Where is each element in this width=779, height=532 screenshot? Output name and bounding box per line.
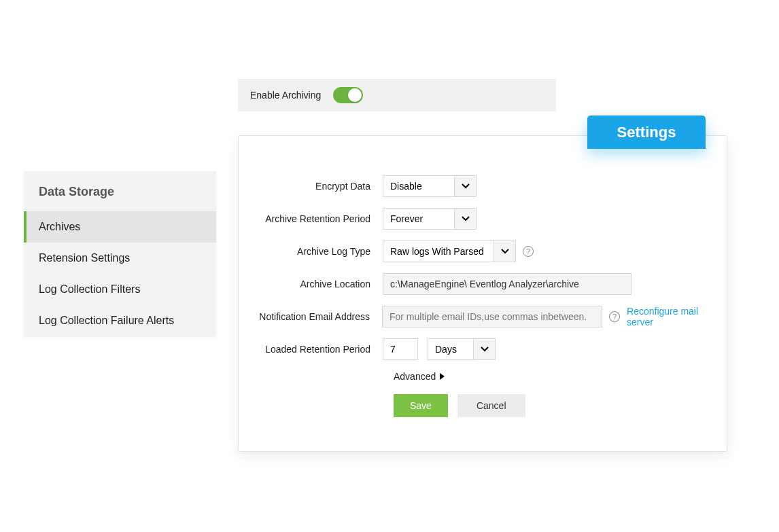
- row-encrypt-data: Encrypt Data Disable: [239, 175, 727, 197]
- enable-archiving-label: Enable Archiving: [250, 90, 321, 101]
- input-notification-email[interactable]: [382, 306, 602, 327]
- help-icon[interactable]: ?: [609, 311, 620, 322]
- row-archive-log-type: Archive Log Type Raw logs With Parsed ?: [239, 241, 727, 262]
- row-archive-retention: Archive Retention Period Forever: [239, 208, 727, 230]
- tab-settings[interactable]: Settings: [587, 116, 706, 149]
- sidebar-item-log-collection-filters[interactable]: Log Collection Filters: [24, 274, 216, 305]
- label-archive-log-type: Archive Log Type: [239, 246, 383, 257]
- sidebar-title: Data Storage: [24, 171, 216, 211]
- label-archive-location: Archive Location: [239, 279, 383, 289]
- select-loaded-retention-unit[interactable]: Days: [428, 338, 496, 360]
- enable-archiving-bar: Enable Archiving: [238, 79, 556, 111]
- enable-archiving-toggle[interactable]: [333, 87, 363, 103]
- settings-panel: Encrypt Data Disable Archive Retention P…: [238, 135, 727, 452]
- row-archive-location: Archive Location: [239, 273, 727, 295]
- sidebar-item-retension-settings[interactable]: Retension Settings: [24, 243, 216, 274]
- chevron-down-icon: [454, 209, 476, 229]
- label-notification-email: Notification Email Address: [239, 311, 382, 322]
- cancel-button[interactable]: Cancel: [457, 394, 525, 417]
- chevron-down-icon: [454, 176, 476, 196]
- select-loaded-retention-unit-value: Days: [428, 339, 473, 359]
- sidebar: Data Storage Archives Retension Settings…: [24, 171, 216, 336]
- chevron-down-icon: [494, 241, 515, 262]
- toggle-knob-icon: [348, 88, 362, 102]
- label-encrypt-data: Encrypt Data: [239, 181, 383, 192]
- label-loaded-retention: Loaded Retention Period: [239, 344, 383, 355]
- select-encrypt-data-value: Disable: [383, 176, 454, 196]
- triangle-right-icon: [440, 373, 445, 380]
- help-icon[interactable]: ?: [523, 246, 534, 257]
- advanced-label: Advanced: [394, 371, 436, 382]
- select-encrypt-data[interactable]: Disable: [383, 175, 477, 197]
- label-archive-retention: Archive Retention Period: [239, 213, 383, 224]
- select-archive-log-type-value: Raw logs With Parsed: [383, 241, 494, 262]
- row-notification-email: Notification Email Address ? Reconfigure…: [239, 306, 727, 327]
- chevron-down-icon: [473, 339, 495, 359]
- advanced-toggle[interactable]: Advanced: [394, 371, 727, 382]
- sidebar-item-log-collection-failure-alerts[interactable]: Log Collection Failure Alerts: [24, 305, 216, 336]
- input-loaded-retention-value[interactable]: [383, 338, 418, 360]
- select-archive-log-type[interactable]: Raw logs With Parsed: [383, 241, 516, 262]
- select-archive-retention-value: Forever: [383, 209, 454, 229]
- sidebar-item-archives[interactable]: Archives: [24, 211, 216, 243]
- button-row: Save Cancel: [394, 394, 727, 417]
- save-button[interactable]: Save: [394, 394, 448, 417]
- select-archive-retention[interactable]: Forever: [383, 208, 477, 230]
- row-loaded-retention: Loaded Retention Period Days: [239, 338, 727, 360]
- link-reconfigure-mail-server[interactable]: Reconfigure mail server: [627, 306, 727, 327]
- input-archive-location[interactable]: [383, 273, 631, 295]
